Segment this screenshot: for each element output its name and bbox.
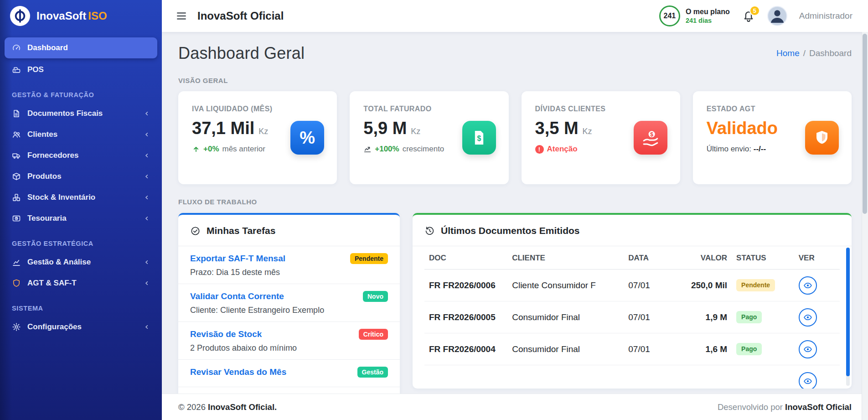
column-header-status: STATUS: [732, 246, 794, 270]
breadcrumb-home-link[interactable]: Home: [776, 48, 800, 58]
shield-icon: [12, 279, 21, 288]
stat-card-unit: Kz: [258, 127, 268, 136]
user-name: Administrador: [799, 11, 852, 21]
plan-widget[interactable]: 241 O meu plano 241 dias: [659, 5, 730, 26]
page-scrollbar[interactable]: [862, 32, 868, 420]
task-badge: Crítico: [359, 329, 388, 340]
trend-value: +100%: [375, 145, 399, 154]
gear-icon: [12, 322, 21, 332]
chart-up-icon: [363, 145, 372, 153]
overview-section-label: VISÃO GERAL: [178, 77, 852, 84]
workflow-row: Minhas Tarefas Exportar SAF-T Mensal Pen…: [178, 213, 852, 409]
workflow-section-label: FLUXO DE TRABALHO: [178, 198, 852, 206]
percent-icon: %: [290, 121, 324, 155]
inventory-icon: [12, 193, 21, 202]
chevron-left-icon: [144, 173, 150, 180]
sidebar-item-label: AGT & SAF-T: [27, 279, 77, 288]
documents-card-header: Últimos Documentos Emitidos: [413, 215, 852, 246]
task-item: Revisão de Stock Crítico 2 Produtos abai…: [178, 322, 400, 360]
stat-cards-row: IVA LIQUIDADO (MÊS) 37,1 Mil Kz +0% mês …: [178, 91, 852, 184]
page-title-row: Dashboard Geral Home/Dashboard: [178, 44, 852, 63]
chevron-left-icon: [144, 152, 150, 159]
menu-toggle-button[interactable]: [176, 10, 187, 22]
breadcrumb: Home/Dashboard: [776, 48, 852, 58]
stat-card-faturado: TOTAL FATURADO 5,9 M Kz +100% cresciment…: [350, 91, 508, 184]
shield-icon: [805, 121, 839, 155]
brand-logo[interactable]: InovaSoftISO: [0, 0, 162, 32]
sidebar-nav: Dashboard POS GESTÃO & FATURAÇÃO Documen…: [0, 32, 162, 337]
sidebar-item-label: Clientes: [27, 130, 57, 139]
truck-icon: [12, 151, 21, 160]
stat-card-unit: Kz: [411, 127, 420, 136]
app-title: InovaSoft Oficial: [197, 10, 284, 22]
date-cell: 07/01: [624, 333, 669, 365]
status-badge: Pago: [736, 311, 762, 323]
sidebar-item-label: Produtos: [27, 172, 62, 181]
table-row: FR FR2026/0005 Consumidor Final 07/01 1,…: [424, 301, 840, 333]
alert-text: Atenção: [547, 145, 578, 154]
agt-status-value: Validado: [707, 119, 778, 138]
trend-value: +0%: [203, 145, 219, 154]
sidebar-item-stock-inventario[interactable]: Stock & Inventário: [0, 187, 162, 208]
user-avatar[interactable]: [767, 6, 787, 26]
stat-card-dividas: DÍVIDAS CLIENTES 3,5 M Kz ! Atenção $: [522, 91, 680, 184]
main-content: Dashboard Geral Home/Dashboard VISÃO GER…: [162, 32, 868, 420]
task-subtitle: Cliente: Cliente Estrangeiro Exemplo: [190, 305, 388, 316]
chevron-left-icon: [144, 110, 150, 117]
task-link[interactable]: Revisar Vendas do Mês: [190, 366, 286, 378]
sidebar-item-configuracoes[interactable]: Configurações: [0, 316, 162, 337]
documents-card: Últimos Documentos Emitidos DOC CLIENTE …: [413, 213, 852, 389]
stat-card-title: TOTAL FATURADO: [363, 105, 495, 113]
sidebar-item-label: POS: [27, 65, 44, 74]
sidebar-item-label: Gestão & Análise: [27, 258, 91, 267]
plan-days-remaining: 241 dias: [686, 16, 730, 25]
stat-card-iva: IVA LIQUIDADO (MÊS) 37,1 Mil Kz +0% mês …: [178, 91, 337, 184]
stat-card-title: IVA LIQUIDADO (MÊS): [192, 105, 323, 113]
sidebar-item-label: Configurações: [27, 322, 82, 332]
value-cell: 1,9 M: [669, 301, 732, 333]
view-document-button[interactable]: [799, 276, 817, 295]
sidebar-section-label: SISTEMA: [0, 294, 162, 316]
sidebar-item-gestao-analise[interactable]: Gestão & Análise: [0, 252, 162, 273]
sidebar-item-fornecedores[interactable]: Fornecedores: [0, 145, 162, 166]
trend-text: mês anterior: [222, 145, 265, 154]
task-link[interactable]: Revisão de Stock: [190, 328, 262, 340]
footer-copyright-prefix: © 2026: [178, 402, 206, 412]
view-document-button[interactable]: [799, 308, 817, 327]
sidebar-item-produtos[interactable]: Produtos: [0, 166, 162, 187]
client-cell: Consumidor Final: [507, 301, 624, 333]
sidebar-item-dashboard[interactable]: Dashboard: [5, 37, 157, 58]
notifications-button[interactable]: 5: [742, 9, 755, 23]
doc-cell: FR FR2026/0004: [424, 333, 507, 365]
chevron-left-icon: [144, 215, 150, 222]
chevron-left-icon: [144, 324, 150, 330]
table-scrollbar-thumb[interactable]: [846, 248, 850, 376]
sidebar-item-label: Stock & Inventário: [27, 193, 95, 202]
sidebar-item-agt-saft[interactable]: AGT & SAF-T: [0, 273, 162, 294]
sidebar-item-pos[interactable]: POS: [0, 59, 162, 80]
brand-logo-icon: [10, 6, 30, 26]
page-scrollbar-thumb[interactable]: [863, 34, 867, 214]
sidebar-item-clientes[interactable]: Clientes: [0, 124, 162, 145]
doc-cell: FR FR2026/0006: [424, 270, 507, 301]
table-row: FR FR2026/0006 Cliente Consumidor F 07/0…: [424, 270, 840, 301]
task-link[interactable]: Validar Conta Corrente: [190, 290, 284, 302]
sidebar-item-tesouraria[interactable]: Tesouraria: [0, 208, 162, 229]
plan-texts: O meu plano 241 dias: [686, 7, 730, 25]
sidebar-section-label: GESTÃO ESTRATÉGICA: [0, 229, 162, 252]
brand-name: InovaSoftISO: [36, 10, 107, 22]
column-header-cliente: CLIENTE: [507, 246, 624, 270]
breadcrumb-current: Dashboard: [809, 48, 852, 58]
column-header-doc: DOC: [424, 246, 507, 270]
users-icon: [12, 130, 21, 139]
view-document-button[interactable]: [799, 340, 817, 358]
footer-credit-brand: InovaSoft Oficial: [785, 402, 852, 412]
sidebar: InovaSoftISO Dashboard POS GESTÃO & FATU…: [0, 0, 162, 420]
sidebar-item-documentos-fiscais[interactable]: Documentos Fiscais: [0, 103, 162, 124]
task-link[interactable]: Exportar SAF-T Mensal: [190, 253, 285, 264]
doc-cell: FR FR2026/0005: [424, 301, 507, 333]
footer-credit-prefix: Desenvolvido por: [718, 402, 783, 412]
table-scrollbar[interactable]: [846, 248, 850, 386]
tasks-card-header: Minhas Tarefas: [178, 215, 400, 246]
view-document-button[interactable]: [799, 372, 817, 389]
